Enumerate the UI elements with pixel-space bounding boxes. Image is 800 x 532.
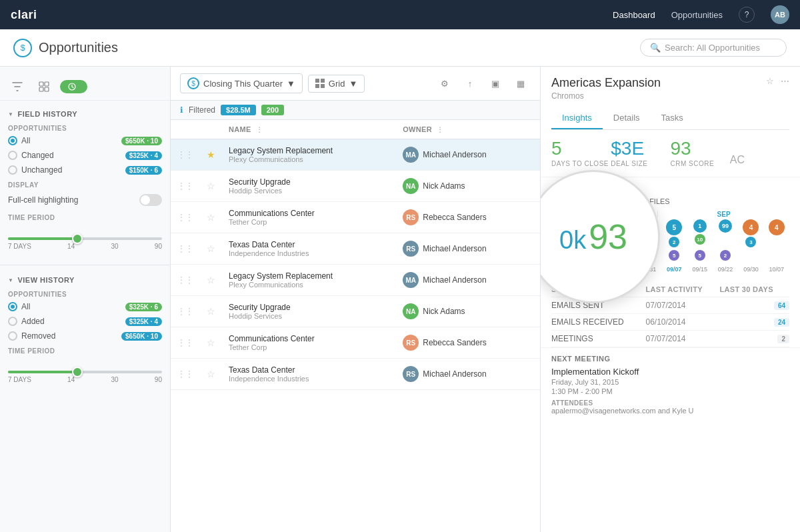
view-history-section[interactable]: ▼ VIEW HISTORY xyxy=(0,271,170,287)
col-name: NAME ⋮ xyxy=(222,120,396,139)
magnifier-big-green: 93 xyxy=(589,217,627,257)
table-row[interactable]: ⋮⋮ ☆ Texas Data Center Independence Indu… xyxy=(171,233,540,265)
field-history-section[interactable]: ▼ FIELD HISTORY xyxy=(0,105,170,121)
tab-details[interactable]: Details xyxy=(603,107,651,129)
owner-sort-icon[interactable]: ⋮ xyxy=(437,126,443,133)
field-filter-changed[interactable]: Changed $325K · 4 xyxy=(0,148,170,163)
col-owner: OWNER ⋮ xyxy=(396,120,540,139)
opp-company: Plexy Communications xyxy=(229,155,389,163)
more-action-icon[interactable]: ⋯ xyxy=(781,76,789,86)
bubble[interactable]: 5 xyxy=(666,219,682,235)
settings-icon-btn[interactable]: ⚙ xyxy=(435,73,455,93)
bubble[interactable]: 5 xyxy=(669,250,679,261)
table-row[interactable]: ⋮⋮ ★ Legacy System Replacement Plexy Com… xyxy=(171,139,540,171)
star-icon[interactable]: ☆ xyxy=(207,275,215,285)
layout1-icon-btn[interactable]: ▣ xyxy=(485,73,505,93)
bubble[interactable]: 99 xyxy=(719,219,732,233)
filter-icon-btn[interactable] xyxy=(7,77,28,96)
bubble[interactable]: 4 xyxy=(769,219,785,235)
view-history-label: VIEW HISTORY xyxy=(17,276,74,284)
bubble[interactable]: 3 xyxy=(745,237,756,247)
dropdown-arrow: ▼ xyxy=(287,79,295,89)
star-icon[interactable]: ☆ xyxy=(207,306,215,317)
filter-unchanged-badge: $150K · 6 xyxy=(125,166,162,175)
closing-quarter-label: Closing This Quarter xyxy=(203,79,283,89)
grid-dropdown[interactable]: Grid ▼ xyxy=(308,75,365,93)
drag-handle: ⋮⋮ xyxy=(171,296,200,327)
nav-links: Dashboard Opportunities ? AB xyxy=(613,5,789,24)
table-row[interactable]: ⋮⋮ ☆ Security Upgrade Hoddip Services NA… xyxy=(171,171,540,202)
radio-changed-field[interactable] xyxy=(8,151,17,160)
grid-icon-btn[interactable] xyxy=(33,77,55,96)
grid-label: Grid xyxy=(329,79,345,89)
star-icon[interactable]: ☆ xyxy=(207,369,215,379)
time-label-14: 14 xyxy=(67,243,75,250)
summary-row: MEETINGS 07/07/2014 2 xyxy=(551,331,789,347)
summary-label: MEETINGS xyxy=(551,331,645,347)
bubble[interactable]: 2 xyxy=(669,237,679,247)
radio-all-field[interactable] xyxy=(8,136,17,145)
time-label-30: 30 xyxy=(111,243,118,250)
radio-unchanged-field[interactable] xyxy=(8,165,17,175)
bubble[interactable]: 5 xyxy=(695,250,705,261)
table-row[interactable]: ⋮⋮ ☆ Texas Data Center Independence Indu… xyxy=(171,359,540,390)
view-filter-all[interactable]: All $325K · 6 xyxy=(0,299,170,314)
upload-icon-btn[interactable]: ↑ xyxy=(460,73,480,93)
magnifier-content: 0k 93 xyxy=(553,210,634,263)
star-icon[interactable]: ☆ xyxy=(207,337,215,348)
header-left: $ Opportunities xyxy=(13,39,118,57)
svg-rect-7 xyxy=(315,84,319,88)
table-row[interactable]: ⋮⋮ ☆ Communications Center Tether Corp R… xyxy=(171,327,540,359)
layout2-icon-btn[interactable]: ▦ xyxy=(511,73,531,93)
drag-handle: ⋮⋮ xyxy=(171,359,200,390)
time-filter-btn[interactable] xyxy=(60,80,87,93)
svg-rect-3 xyxy=(45,87,49,91)
field-filter-all[interactable]: All $650K · 10 xyxy=(0,133,170,148)
table-row[interactable]: ⋮⋮ ☆ Security Upgrade Hoddip Services NA… xyxy=(171,296,540,327)
nav-dashboard[interactable]: Dashboard xyxy=(613,10,655,20)
view-filter-added[interactable]: Added $325K · 4 xyxy=(0,314,170,329)
panel-subtitle: Chromos xyxy=(551,91,661,101)
star-icon[interactable]: ☆ xyxy=(207,212,215,223)
opp-name: Legacy System Replacement xyxy=(229,271,389,281)
closing-quarter-dropdown[interactable]: $ Closing This Quarter ▼ xyxy=(180,73,303,93)
table-row[interactable]: ⋮⋮ ☆ Legacy System Replacement Plexy Com… xyxy=(171,265,540,296)
star-icon[interactable]: ☆ xyxy=(207,243,215,254)
star-action-icon[interactable]: ☆ xyxy=(766,76,774,86)
svg-rect-6 xyxy=(321,79,325,83)
search-box[interactable]: 🔍 Search: All Opportunities xyxy=(640,39,787,57)
bubble[interactable]: 1 xyxy=(693,219,707,233)
help-icon[interactable]: ? xyxy=(739,7,755,23)
bubble[interactable]: 4 xyxy=(743,219,759,235)
metric-crm: 93 CRM SCORE xyxy=(671,139,730,167)
owner-avatar: MA xyxy=(403,147,419,163)
nav-opportunities[interactable]: Opportunities xyxy=(671,10,723,20)
page-header: $ Opportunities 🔍 Search: All Opportunit… xyxy=(0,29,800,67)
view-filter-removed[interactable]: Removed $650K · 10 xyxy=(0,329,170,343)
time-slider-field[interactable]: 7 DAYS 14 30 90 xyxy=(0,223,170,259)
filtered-label: Filtered xyxy=(189,105,215,115)
radio-removed-view[interactable] xyxy=(8,331,17,341)
bubble[interactable]: 2 xyxy=(720,250,731,261)
table-row[interactable]: ⋮⋮ ☆ Communications Center Tether Corp R… xyxy=(171,202,540,233)
radio-all-view[interactable] xyxy=(8,302,17,311)
meeting-time: 1:30 PM - 2:00 PM xyxy=(551,387,789,395)
opp-name: Communications Center xyxy=(229,334,389,343)
tab-insights[interactable]: Insights xyxy=(551,107,603,129)
name-sort-icon[interactable]: ⋮ xyxy=(256,126,263,133)
star-icon[interactable]: ★ xyxy=(207,149,215,160)
star-icon[interactable]: ☆ xyxy=(207,181,215,191)
radio-added-view[interactable] xyxy=(8,317,17,326)
view-time-7: 7 DAYS xyxy=(8,376,31,383)
summary-row: EMAILS RECEIVED 06/10/2014 24 xyxy=(551,314,789,331)
full-cell-toggle[interactable] xyxy=(139,194,162,206)
panel-title: Americas Expansion xyxy=(551,76,661,90)
tab-tasks[interactable]: Tasks xyxy=(651,107,694,129)
field-filter-unchanged[interactable]: Unchanged $150K · 6 xyxy=(0,163,170,177)
filter-all-label: All xyxy=(21,136,117,145)
user-avatar[interactable]: AB xyxy=(771,5,789,24)
owner-name: Michael Anderson xyxy=(423,150,486,159)
opp-name: Legacy System Replacement xyxy=(229,146,389,155)
time-slider-view[interactable]: 7 DAYS 14 30 90 xyxy=(0,356,170,393)
bubble[interactable]: 10 xyxy=(695,234,705,245)
